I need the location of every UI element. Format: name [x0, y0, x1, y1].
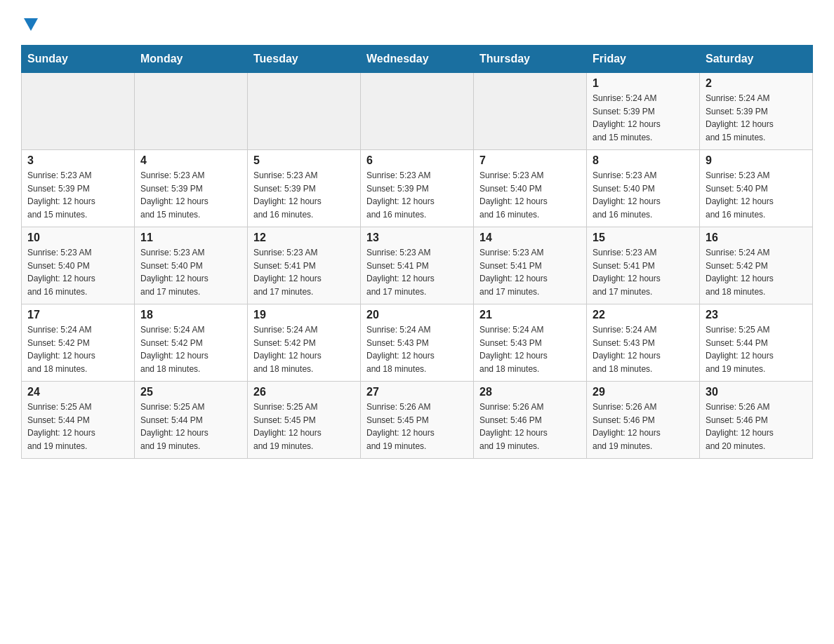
day-info: Sunrise: 5:24 AM Sunset: 5:42 PM Dayligh…	[706, 246, 807, 298]
calendar-cell: 26Sunrise: 5:25 AM Sunset: 5:45 PM Dayli…	[248, 382, 361, 459]
calendar-cell: 8Sunrise: 5:23 AM Sunset: 5:40 PM Daylig…	[587, 150, 700, 227]
calendar-cell: 4Sunrise: 5:23 AM Sunset: 5:39 PM Daylig…	[135, 150, 248, 227]
day-number: 3	[27, 154, 128, 167]
calendar-week-row: 24Sunrise: 5:25 AM Sunset: 5:44 PM Dayli…	[22, 382, 813, 459]
day-info: Sunrise: 5:25 AM Sunset: 5:44 PM Dayligh…	[140, 401, 241, 452]
day-number: 30	[706, 386, 807, 398]
calendar-cell: 18Sunrise: 5:24 AM Sunset: 5:42 PM Dayli…	[135, 304, 248, 382]
day-info: Sunrise: 5:23 AM Sunset: 5:39 PM Dayligh…	[140, 169, 241, 221]
day-info: Sunrise: 5:26 AM Sunset: 5:46 PM Dayligh…	[706, 401, 807, 452]
day-info: Sunrise: 5:24 AM Sunset: 5:42 PM Dayligh…	[140, 323, 241, 375]
calendar-cell: 14Sunrise: 5:23 AM Sunset: 5:41 PM Dayli…	[474, 227, 587, 304]
day-number: 23	[706, 309, 807, 321]
calendar-cell	[135, 73, 248, 150]
day-number: 26	[253, 386, 355, 398]
header-monday: Monday	[135, 46, 248, 73]
calendar-cell: 27Sunrise: 5:26 AM Sunset: 5:45 PM Dayli…	[361, 382, 474, 459]
calendar-cell: 5Sunrise: 5:23 AM Sunset: 5:39 PM Daylig…	[248, 150, 361, 227]
logo-triangle-icon	[24, 18, 38, 31]
header-saturday: Saturday	[700, 46, 813, 73]
day-number: 15	[593, 232, 694, 244]
header-wednesday: Wednesday	[361, 46, 474, 73]
calendar-table: SundayMondayTuesdayWednesdayThursdayFrid…	[21, 45, 813, 459]
day-info: Sunrise: 5:23 AM Sunset: 5:39 PM Dayligh…	[253, 169, 355, 221]
calendar-cell	[361, 73, 474, 150]
day-number: 8	[593, 154, 694, 167]
calendar-week-row: 17Sunrise: 5:24 AM Sunset: 5:42 PM Dayli…	[22, 304, 813, 382]
calendar-cell: 23Sunrise: 5:25 AM Sunset: 5:44 PM Dayli…	[700, 304, 813, 382]
day-number: 1	[593, 77, 694, 90]
day-number: 19	[253, 309, 355, 321]
day-number: 18	[140, 309, 241, 321]
day-number: 10	[27, 232, 128, 244]
calendar-cell: 12Sunrise: 5:23 AM Sunset: 5:41 PM Dayli…	[248, 227, 361, 304]
day-info: Sunrise: 5:23 AM Sunset: 5:39 PM Dayligh…	[27, 169, 128, 221]
day-number: 9	[706, 154, 807, 167]
day-number: 22	[593, 309, 694, 321]
logo	[21, 18, 38, 32]
day-number: 4	[140, 154, 241, 167]
day-number: 27	[366, 386, 468, 398]
day-info: Sunrise: 5:26 AM Sunset: 5:46 PM Dayligh…	[593, 401, 694, 452]
day-number: 12	[253, 232, 355, 244]
calendar-cell	[474, 73, 587, 150]
day-number: 6	[366, 154, 468, 167]
day-info: Sunrise: 5:25 AM Sunset: 5:45 PM Dayligh…	[253, 401, 355, 452]
day-info: Sunrise: 5:23 AM Sunset: 5:41 PM Dayligh…	[593, 246, 694, 298]
calendar-cell	[248, 73, 361, 150]
day-number: 29	[593, 386, 694, 398]
calendar-cell: 24Sunrise: 5:25 AM Sunset: 5:44 PM Dayli…	[22, 382, 135, 459]
day-info: Sunrise: 5:24 AM Sunset: 5:43 PM Dayligh…	[366, 323, 468, 375]
day-info: Sunrise: 5:23 AM Sunset: 5:40 PM Dayligh…	[140, 246, 241, 298]
calendar-week-row: 10Sunrise: 5:23 AM Sunset: 5:40 PM Dayli…	[22, 227, 813, 304]
day-info: Sunrise: 5:23 AM Sunset: 5:41 PM Dayligh…	[366, 246, 468, 298]
calendar-cell: 21Sunrise: 5:24 AM Sunset: 5:43 PM Dayli…	[474, 304, 587, 382]
day-info: Sunrise: 5:24 AM Sunset: 5:43 PM Dayligh…	[593, 323, 694, 375]
calendar-cell: 3Sunrise: 5:23 AM Sunset: 5:39 PM Daylig…	[22, 150, 135, 227]
day-info: Sunrise: 5:23 AM Sunset: 5:40 PM Dayligh…	[706, 169, 807, 221]
calendar-cell: 11Sunrise: 5:23 AM Sunset: 5:40 PM Dayli…	[135, 227, 248, 304]
calendar-cell: 28Sunrise: 5:26 AM Sunset: 5:46 PM Dayli…	[474, 382, 587, 459]
day-number: 20	[366, 309, 468, 321]
day-info: Sunrise: 5:25 AM Sunset: 5:44 PM Dayligh…	[706, 323, 807, 375]
day-number: 21	[479, 309, 581, 321]
header-thursday: Thursday	[474, 46, 587, 73]
day-info: Sunrise: 5:23 AM Sunset: 5:41 PM Dayligh…	[253, 246, 355, 298]
day-info: Sunrise: 5:24 AM Sunset: 5:43 PM Dayligh…	[479, 323, 581, 375]
calendar-cell: 29Sunrise: 5:26 AM Sunset: 5:46 PM Dayli…	[587, 382, 700, 459]
calendar-cell: 25Sunrise: 5:25 AM Sunset: 5:44 PM Dayli…	[135, 382, 248, 459]
calendar-cell: 15Sunrise: 5:23 AM Sunset: 5:41 PM Dayli…	[587, 227, 700, 304]
calendar-cell: 9Sunrise: 5:23 AM Sunset: 5:40 PM Daylig…	[700, 150, 813, 227]
calendar-cell: 16Sunrise: 5:24 AM Sunset: 5:42 PM Dayli…	[700, 227, 813, 304]
day-number: 13	[366, 232, 468, 244]
header-sunday: Sunday	[22, 46, 135, 73]
calendar-cell: 30Sunrise: 5:26 AM Sunset: 5:46 PM Dayli…	[700, 382, 813, 459]
day-number: 14	[479, 232, 581, 244]
day-number: 2	[706, 77, 807, 90]
calendar-cell: 6Sunrise: 5:23 AM Sunset: 5:39 PM Daylig…	[361, 150, 474, 227]
calendar-cell: 13Sunrise: 5:23 AM Sunset: 5:41 PM Dayli…	[361, 227, 474, 304]
calendar-header-row: SundayMondayTuesdayWednesdayThursdayFrid…	[22, 46, 813, 73]
day-info: Sunrise: 5:24 AM Sunset: 5:39 PM Dayligh…	[593, 92, 694, 144]
day-info: Sunrise: 5:23 AM Sunset: 5:40 PM Dayligh…	[27, 246, 128, 298]
day-number: 17	[27, 309, 128, 321]
calendar-week-row: 3Sunrise: 5:23 AM Sunset: 5:39 PM Daylig…	[22, 150, 813, 227]
calendar-cell: 1Sunrise: 5:24 AM Sunset: 5:39 PM Daylig…	[587, 73, 700, 150]
day-info: Sunrise: 5:26 AM Sunset: 5:46 PM Dayligh…	[479, 401, 581, 452]
calendar-cell: 2Sunrise: 5:24 AM Sunset: 5:39 PM Daylig…	[700, 73, 813, 150]
day-info: Sunrise: 5:24 AM Sunset: 5:39 PM Dayligh…	[706, 92, 807, 144]
day-info: Sunrise: 5:26 AM Sunset: 5:45 PM Dayligh…	[366, 401, 468, 452]
day-number: 25	[140, 386, 241, 398]
calendar-cell: 7Sunrise: 5:23 AM Sunset: 5:40 PM Daylig…	[474, 150, 587, 227]
day-number: 28	[479, 386, 581, 398]
calendar-week-row: 1Sunrise: 5:24 AM Sunset: 5:39 PM Daylig…	[22, 73, 813, 150]
day-number: 5	[253, 154, 355, 167]
day-number: 16	[706, 232, 807, 244]
day-info: Sunrise: 5:25 AM Sunset: 5:44 PM Dayligh…	[27, 401, 128, 452]
calendar-cell: 17Sunrise: 5:24 AM Sunset: 5:42 PM Dayli…	[22, 304, 135, 382]
header-friday: Friday	[587, 46, 700, 73]
header-tuesday: Tuesday	[248, 46, 361, 73]
calendar-cell: 19Sunrise: 5:24 AM Sunset: 5:42 PM Dayli…	[248, 304, 361, 382]
day-number: 24	[27, 386, 128, 398]
calendar-cell: 20Sunrise: 5:24 AM Sunset: 5:43 PM Dayli…	[361, 304, 474, 382]
